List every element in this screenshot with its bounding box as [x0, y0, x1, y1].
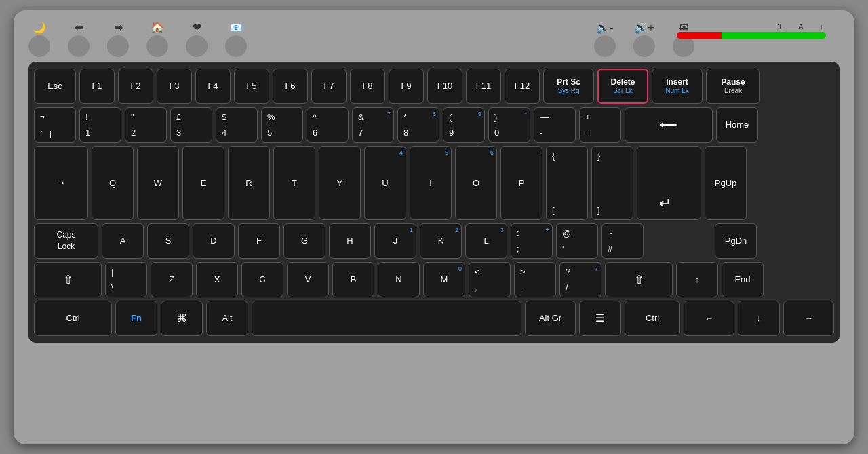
key-home[interactable]: Home — [716, 107, 758, 143]
key-lshift[interactable]: ⇧ — [34, 262, 102, 297]
bottom-row: Ctrl Fn ⌘ Alt Alt Gr ☰ Ctrl ← ↓ → — [34, 301, 834, 336]
favorites-button[interactable] — [186, 35, 208, 57]
key-u[interactable]: U 4 — [364, 146, 406, 220]
key-backspace[interactable]: ⟵ — [625, 107, 713, 143]
key-f1[interactable]: F1 — [79, 69, 115, 104]
key-f6[interactable]: F6 — [273, 69, 308, 104]
key-r[interactable]: R — [228, 146, 270, 220]
key-backslash[interactable]: | \ — [105, 262, 147, 297]
mute-button[interactable] — [673, 35, 694, 57]
key-end[interactable]: End — [722, 262, 764, 297]
key-f11[interactable]: F11 — [466, 69, 501, 104]
key-super[interactable]: ⌘ — [161, 301, 203, 336]
key-2[interactable]: " 2 — [125, 107, 167, 143]
key-period[interactable]: > . — [514, 262, 556, 297]
key-a[interactable]: A — [102, 223, 144, 259]
key-t[interactable]: T — [273, 146, 315, 220]
key-capslock[interactable]: CapsLock — [34, 223, 98, 259]
key-s[interactable]: S — [147, 223, 189, 259]
key-f4[interactable]: F4 — [195, 69, 231, 104]
vol-up-button[interactable] — [633, 35, 655, 57]
key-k[interactable]: K 2 — [420, 223, 462, 259]
key-f5[interactable]: F5 — [234, 69, 269, 104]
key-pause[interactable]: Pause Break — [706, 69, 760, 104]
key-f9[interactable]: F9 — [389, 69, 424, 104]
key-c[interactable]: C — [241, 262, 283, 297]
key-9[interactable]: ( 9 9 — [443, 107, 485, 143]
key-p[interactable]: P - — [500, 146, 542, 220]
key-e[interactable]: E — [182, 146, 224, 220]
key-4[interactable]: $ 4 — [216, 107, 258, 143]
key-o[interactable]: O 6 — [455, 146, 497, 220]
key-1[interactable]: ! 1 — [79, 107, 121, 143]
key-lalt[interactable]: Alt — [206, 301, 248, 336]
key-lbracket[interactable]: { [ — [546, 146, 588, 220]
key-f2[interactable]: F2 — [118, 69, 153, 104]
key-z[interactable]: Z — [151, 262, 193, 297]
key-j[interactable]: J 1 — [374, 223, 416, 259]
key-0[interactable]: ) 0 * — [488, 107, 530, 143]
key-f10[interactable]: F10 — [427, 69, 462, 104]
key-f3[interactable]: F3 — [157, 69, 192, 104]
key-i[interactable]: I 5 — [410, 146, 452, 220]
key-pgup[interactable]: PgUp — [705, 146, 747, 220]
key-m[interactable]: M 0 — [423, 262, 465, 297]
key-v[interactable]: V — [287, 262, 329, 297]
key-up[interactable]: ↑ — [676, 262, 718, 297]
key-delete[interactable]: Delete Scr Lk — [597, 69, 648, 104]
key-left[interactable]: ← — [684, 301, 734, 336]
vol-down-button[interactable] — [594, 35, 616, 57]
key-5[interactable]: % 5 — [261, 107, 303, 143]
key-down[interactable]: ↓ — [738, 301, 780, 336]
key-q[interactable]: Q — [92, 146, 134, 220]
key-h[interactable]: H — [329, 223, 371, 259]
key-right[interactable]: → — [783, 301, 834, 336]
key-space[interactable] — [252, 301, 521, 336]
key-3[interactable]: £ 3 — [170, 107, 212, 143]
back-button[interactable] — [68, 35, 90, 57]
email-button[interactable] — [225, 35, 247, 57]
key-comma[interactable]: < , — [469, 262, 511, 297]
key-n[interactable]: N — [378, 262, 420, 297]
key-7[interactable]: & 7 7 — [352, 107, 394, 143]
key-y[interactable]: Y — [319, 146, 361, 220]
key-minus[interactable]: — - — [534, 107, 576, 143]
key-enter[interactable]: ↵ — [637, 146, 701, 220]
key-x[interactable]: X — [196, 262, 238, 297]
key-prtsc[interactable]: Prt Sc Sys Rq — [543, 69, 594, 104]
key-backtick[interactable]: ¬ ` | — [34, 107, 76, 143]
key-d[interactable]: D — [193, 223, 235, 259]
key-tab[interactable]: ⇥ — [34, 146, 88, 220]
key-esc[interactable]: Esc — [34, 69, 76, 104]
key-semicolon[interactable]: : ; + — [511, 223, 553, 259]
indicator-red — [677, 32, 722, 39]
shift-row: ⇧ | \ Z X C V B N M 0 < , > . — [34, 262, 834, 297]
key-f8[interactable]: F8 — [350, 69, 385, 104]
key-b[interactable]: B — [332, 262, 374, 297]
key-f12[interactable]: F12 — [505, 69, 540, 104]
key-f7[interactable]: F7 — [311, 69, 347, 104]
key-quote[interactable]: @ ' — [556, 223, 598, 259]
key-f[interactable]: F — [238, 223, 280, 259]
key-8[interactable]: * 8 8 — [397, 107, 439, 143]
key-g[interactable]: G — [283, 223, 326, 259]
key-rctrl[interactable]: Ctrl — [625, 301, 680, 336]
key-altgr[interactable]: Alt Gr — [525, 301, 576, 336]
key-w[interactable]: W — [137, 146, 179, 220]
key-rshift[interactable]: ⇧ — [605, 262, 673, 297]
key-equals[interactable]: + = — [579, 107, 621, 143]
key-hash[interactable]: ~ # — [601, 223, 644, 259]
key-pgdn[interactable]: PgDn — [715, 223, 757, 259]
key-fn[interactable]: Fn — [115, 301, 157, 336]
key-6[interactable]: ^ 6 — [307, 107, 349, 143]
key-menu[interactable]: ☰ — [579, 301, 621, 336]
forward-button[interactable] — [107, 35, 129, 57]
key-slash[interactable]: ? / 7 — [559, 262, 601, 297]
sleep-button[interactable] — [28, 35, 50, 57]
forward-icon: ➡ — [107, 21, 129, 57]
key-insert[interactable]: Insert Num Lk — [652, 69, 703, 104]
key-lctrl[interactable]: Ctrl — [34, 301, 112, 336]
key-l[interactable]: L 3 — [465, 223, 507, 259]
home-button[interactable] — [146, 35, 168, 57]
key-rbracket[interactable]: } ] — [591, 146, 633, 220]
